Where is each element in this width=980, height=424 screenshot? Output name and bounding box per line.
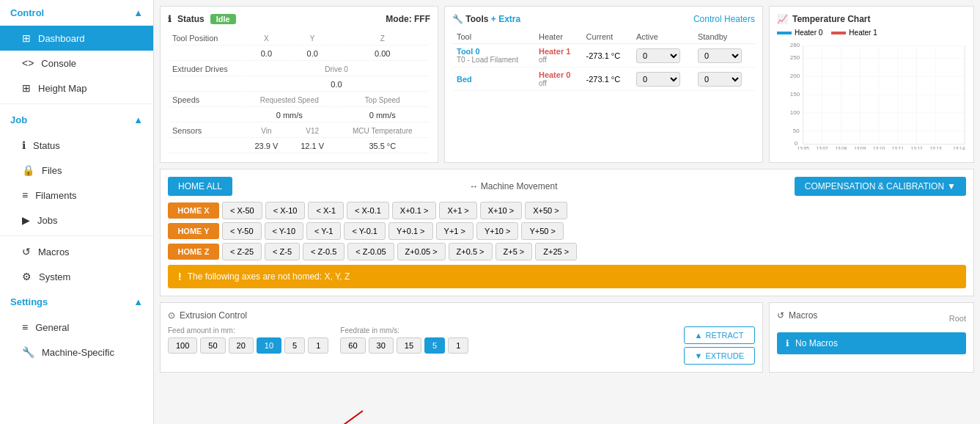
movement-section: HOME ALL ↔ Machine Movement COMPENSATION… — [160, 169, 974, 296]
top-speed-value: 0 mm/s — [336, 109, 429, 123]
y-axis-row: HOME Y < Y-50 < Y-10 < Y-1 < Y-0.1 Y+0.1… — [168, 222, 966, 240]
x-plus-10[interactable]: X+10 > — [480, 202, 522, 219]
x-minus-50[interactable]: < X-50 — [222, 202, 262, 219]
svg-text:50: 50 — [793, 128, 800, 134]
sidebar-group-settings[interactable]: Settings ▲ — [0, 289, 153, 315]
sidebar-item-system[interactable]: ⚙ System — [0, 264, 153, 289]
sidebar-item-console[interactable]: <> Console — [0, 51, 153, 76]
extrusion-title-text: Extrusion Control — [180, 310, 247, 321]
macros-icon: ↺ — [777, 310, 784, 321]
z-plus-25[interactable]: Z+25 > — [535, 243, 577, 260]
x-minus-0-1[interactable]: < X-0.1 — [347, 202, 389, 219]
x-minus-1[interactable]: < X-1 — [308, 202, 344, 219]
control-heaters-button[interactable]: Control Heaters — [693, 14, 755, 24]
heater1-link[interactable]: Heater 1 — [539, 47, 578, 56]
bed-link[interactable]: Bed — [457, 75, 530, 84]
sensors-label: Sensors — [169, 124, 243, 138]
feedrate-5[interactable]: 5 — [424, 337, 445, 354]
chevron-up-icon: ▲ — [133, 7, 143, 18]
sidebar-item-jobs[interactable]: ▶ Jobs — [0, 208, 153, 233]
extra-label[interactable]: + Extra — [491, 14, 520, 24]
general-icon: ≡ — [22, 321, 28, 333]
heater1-standby-select[interactable]: 0 — [698, 48, 742, 63]
z-minus-0-05[interactable]: < Z-0.05 — [347, 243, 394, 260]
y-plus-0-1[interactable]: Y+0.1 > — [388, 222, 433, 240]
sidebar-item-files[interactable]: 🔒 Files — [0, 158, 153, 183]
y-plus-10[interactable]: Y+10 > — [476, 222, 518, 240]
feed-50[interactable]: 50 — [200, 337, 225, 354]
chart-panel: 📈 Temperature Chart Heater 0 Heater 1 28… — [769, 6, 974, 163]
z-plus-5[interactable]: Z+5 > — [495, 243, 533, 260]
x-plus-1[interactable]: X+1 > — [439, 202, 476, 219]
sidebar-item-height-map[interactable]: ⊞ Height Map — [0, 76, 153, 100]
y-header: Y — [290, 32, 335, 45]
top-speed-header: Top Speed — [336, 93, 429, 107]
table-row: 0.0 0.0 0.00 — [169, 47, 429, 61]
sidebar-group-control-label: Control — [10, 7, 44, 18]
sidebar-item-dashboard[interactable]: ⊞ Dashboard — [0, 26, 153, 51]
feed-10[interactable]: 10 — [257, 337, 281, 354]
extrude-button[interactable]: ▼ EXTRUDE — [684, 347, 755, 365]
extrusion-controls: Feed amount in mm: 100 50 20 10 5 1 Feed… — [168, 326, 755, 365]
y-plus-1[interactable]: Y+1 > — [436, 222, 474, 240]
feed-20[interactable]: 20 — [229, 337, 254, 354]
z-minus-25[interactable]: < Z-25 — [222, 243, 262, 260]
sidebar-item-status[interactable]: ℹ Status — [0, 133, 153, 158]
z-plus-0-5[interactable]: Z+0.5 > — [449, 243, 493, 260]
feed-100[interactable]: 100 — [168, 337, 197, 354]
sidebar-item-general[interactable]: ≡ General — [0, 315, 153, 340]
table-row: 0 mm/s 0 mm/s — [169, 109, 429, 123]
heater0-link[interactable]: Heater 0 — [539, 70, 578, 79]
extrusion-title: ⊙ Extrusion Control — [168, 310, 755, 321]
feedrate-30[interactable]: 30 — [369, 337, 394, 354]
y-plus-50[interactable]: Y+50 > — [521, 222, 563, 240]
home-x-button[interactable]: HOME X — [168, 202, 219, 219]
y-minus-50[interactable]: < Y-50 — [222, 222, 262, 240]
sidebar-item-filaments[interactable]: ≡ Filaments — [0, 183, 153, 208]
home-z-button[interactable]: HOME Z — [168, 244, 219, 260]
z-minus-0-5[interactable]: < Z-0.5 — [303, 243, 345, 260]
home-all-button[interactable]: HOME ALL — [168, 177, 232, 196]
tool0-cell: Tool 0 T0 - Load Filament — [452, 44, 534, 67]
svg-text:250: 250 — [790, 54, 800, 61]
mcu-header: MCU Temperature — [336, 124, 429, 138]
y-minus-1[interactable]: < Y-1 — [306, 222, 341, 240]
tool0-link[interactable]: Tool 0 — [457, 47, 530, 56]
heater0-active-select[interactable]: 0 — [636, 72, 680, 87]
table-row: Sensors Vin V12 MCU Temperature — [169, 124, 429, 138]
status-panel: ℹ Status Idle Mode: FFF Tool Position X … — [160, 6, 438, 163]
no-macros-box: ℹ No Macros — [777, 332, 966, 354]
home-y-button[interactable]: HOME Y — [168, 223, 219, 239]
feedrate-1[interactable]: 1 — [448, 337, 468, 354]
z-plus-0-05[interactable]: Z+0.05 > — [397, 243, 446, 260]
feed-1[interactable]: 1 — [308, 337, 328, 354]
sidebar-item-machine-specific[interactable]: 🔧 Machine-Specific — [0, 340, 153, 365]
heater1-active-select[interactable]: 0 — [636, 48, 680, 63]
heater0-standby-select[interactable]: 0 — [698, 72, 742, 87]
sidebar-group-job[interactable]: Job ▲ — [0, 107, 153, 133]
movement-title-text: Machine Movement — [481, 181, 558, 191]
vin-value: 23.9 V — [244, 139, 289, 153]
svg-text:13:12: 13:12 — [911, 146, 924, 150]
tools-title: 🔧 Tools + Extra — [452, 14, 520, 24]
heater1-standby: 0 — [693, 44, 755, 67]
y-minus-10[interactable]: < Y-10 — [265, 222, 304, 240]
feed-5[interactable]: 5 — [284, 337, 305, 354]
divider-2 — [0, 235, 153, 236]
feedrate-15[interactable]: 15 — [397, 337, 421, 354]
feedrate-60[interactable]: 60 — [340, 337, 365, 354]
y-minus-0-1[interactable]: < Y-0.1 — [344, 222, 386, 240]
z-axis-row: HOME Z < Z-25 < Z-5 < Z-0.5 < Z-0.05 Z+0… — [168, 243, 966, 260]
heater0-standby: 0 — [693, 67, 755, 91]
macros-panel: ↺ Macros Root ℹ No Macros — [769, 302, 974, 373]
x-minus-10[interactable]: < X-10 — [265, 202, 306, 219]
x-plus-0-1[interactable]: X+0.1 > — [392, 202, 437, 219]
tool0-sub[interactable]: T0 - Load Filament — [457, 56, 530, 64]
sidebar-item-macros[interactable]: ↺ Macros — [0, 239, 153, 264]
compensation-button[interactable]: COMPENSATION & CALIBRATION ▼ — [795, 177, 966, 196]
retract-label: RETRACT — [705, 331, 743, 340]
retract-button[interactable]: ▲ RETRACT — [684, 326, 755, 344]
z-minus-5[interactable]: < Z-5 — [265, 243, 300, 260]
sidebar-group-control[interactable]: Control ▲ — [0, 0, 153, 26]
x-plus-50[interactable]: X+50 > — [525, 202, 567, 219]
